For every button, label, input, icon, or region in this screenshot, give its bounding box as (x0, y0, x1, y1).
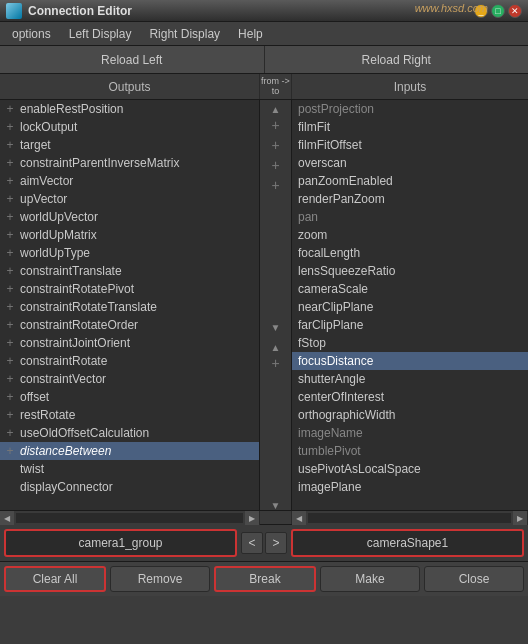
make-button[interactable]: Make (320, 566, 420, 592)
middle-hscroll-spacer (260, 511, 292, 524)
clear-all-button[interactable]: Clear All (4, 566, 106, 592)
left-hscroll: ◀ ▶ (0, 511, 260, 525)
node-arrow-group: < > (241, 532, 287, 554)
right-list-item[interactable]: cameraScale (292, 280, 528, 298)
left-list-item[interactable]: +constraintRotateOrder (0, 316, 259, 334)
left-hscroll-track[interactable] (16, 513, 243, 523)
right-hscroll-track[interactable] (308, 513, 511, 523)
right-hscroll-right[interactable]: ▶ (513, 511, 527, 525)
row-label: enableRestPosition (18, 102, 123, 116)
left-list-item[interactable]: +enableRestPosition (0, 100, 259, 118)
right-row-label: postProjection (298, 102, 374, 116)
menu-right-display[interactable]: Right Display (141, 24, 228, 44)
row-plus-icon: + (2, 174, 18, 188)
connect-plus-1[interactable]: + (267, 116, 285, 134)
close-button[interactable]: Close (424, 566, 524, 592)
left-node-display: camera1_group (4, 529, 237, 557)
left-list-item[interactable]: displayConnector (0, 478, 259, 496)
left-list-item[interactable]: +lockOutput (0, 118, 259, 136)
right-list-item[interactable]: focusDistance (292, 352, 528, 370)
arrow-right-button[interactable]: > (265, 532, 287, 554)
right-panel[interactable]: postProjectionfilmFitfilmFitOffsetoversc… (292, 100, 528, 510)
right-list-item[interactable]: centerOfInterest (292, 388, 528, 406)
connect-plus-2[interactable]: + (267, 136, 285, 154)
break-button[interactable]: Break (214, 566, 316, 592)
right-list-item[interactable]: shutterAngle (292, 370, 528, 388)
left-list-item[interactable]: +aimVector (0, 172, 259, 190)
right-row-label: tumblePivot (298, 444, 361, 458)
menu-options[interactable]: options (4, 24, 59, 44)
menu-help[interactable]: Help (230, 24, 271, 44)
connect-plus-4[interactable]: + (267, 176, 285, 194)
left-list-item[interactable]: +offset (0, 388, 259, 406)
menu-bar: options Left Display Right Display Help (0, 22, 528, 46)
right-list-item[interactable]: nearClipPlane (292, 298, 528, 316)
left-list-item[interactable]: +upVector (0, 190, 259, 208)
row-label: displayConnector (18, 480, 113, 494)
right-list-item[interactable]: renderPanZoom (292, 190, 528, 208)
right-list-item[interactable]: panZoomEnabled (292, 172, 528, 190)
right-list-item[interactable]: postProjection (292, 100, 528, 118)
left-scroll-up-indicator: ▲ (268, 104, 284, 114)
left-list-item[interactable]: +constraintRotateTranslate (0, 298, 259, 316)
left-hscroll-left[interactable]: ◀ (0, 511, 14, 525)
reload-bar: Reload Left Reload Right (0, 46, 528, 74)
right-scroll-up-indicator: ▲ (268, 342, 284, 352)
reload-right-button[interactable]: Reload Right (265, 46, 529, 73)
left-panel[interactable]: +enableRestPosition+lockOutput+target+co… (0, 100, 260, 510)
right-list-item[interactable]: focalLength (292, 244, 528, 262)
left-list-item[interactable]: +worldUpVector (0, 208, 259, 226)
right-list-item[interactable]: fStop (292, 334, 528, 352)
right-list-item[interactable]: usePivotAsLocalSpace (292, 460, 528, 478)
remove-button[interactable]: Remove (110, 566, 210, 592)
right-list-item[interactable]: farClipPlane (292, 316, 528, 334)
right-row-label: panZoomEnabled (298, 174, 393, 188)
left-hscroll-right[interactable]: ▶ (245, 511, 259, 525)
right-list-item[interactable]: zoom (292, 226, 528, 244)
right-list-item[interactable]: orthographicWidth (292, 406, 528, 424)
logo-area: www.hxsd.com (415, 2, 488, 14)
right-hscroll: ◀ ▶ (292, 511, 528, 525)
left-list-item[interactable]: +useOldOffsetCalculation (0, 424, 259, 442)
left-list-item[interactable]: twist (0, 460, 259, 478)
left-list-item[interactable]: +constraintJointOrient (0, 334, 259, 352)
hscroll-row: ◀ ▶ ◀ ▶ (0, 510, 528, 524)
left-list-item[interactable]: +worldUpMatrix (0, 226, 259, 244)
right-list-item[interactable]: imageName (292, 424, 528, 442)
arrow-left-button[interactable]: < (241, 532, 263, 554)
right-list-item[interactable]: lensSqueezeRatio (292, 262, 528, 280)
right-row-label: lensSqueezeRatio (298, 264, 395, 278)
maximize-button[interactable]: □ (491, 4, 505, 18)
row-label: constraintRotatePivot (18, 282, 134, 296)
title-bar: Connection Editor www.hxsd.com _ □ ✕ (0, 0, 528, 22)
connect-plus-3[interactable]: + (267, 156, 285, 174)
inputs-header: Inputs (292, 74, 528, 99)
left-list-item[interactable]: +constraintVector (0, 370, 259, 388)
column-headers: Outputs from -> to Inputs (0, 74, 528, 100)
close-window-button[interactable]: ✕ (508, 4, 522, 18)
left-list-item[interactable]: +target (0, 136, 259, 154)
right-list-item[interactable]: pan (292, 208, 528, 226)
reload-left-button[interactable]: Reload Left (0, 46, 265, 73)
right-list-item[interactable]: tumblePivot (292, 442, 528, 460)
row-label: twist (18, 462, 44, 476)
right-list-item[interactable]: filmFitOffset (292, 136, 528, 154)
left-list-item[interactable]: +distanceBetween (0, 442, 259, 460)
row-label: constraintRotateTranslate (18, 300, 157, 314)
left-list-item[interactable]: +constraintRotate (0, 352, 259, 370)
right-hscroll-left[interactable]: ◀ (292, 511, 306, 525)
menu-left-display[interactable]: Left Display (61, 24, 140, 44)
connect-plus-right[interactable]: + (267, 354, 285, 372)
right-list-item[interactable]: imagePlane (292, 478, 528, 496)
row-plus-icon: + (2, 210, 18, 224)
left-list-item[interactable]: +constraintTranslate (0, 262, 259, 280)
left-list-item[interactable]: +constraintRotatePivot (0, 280, 259, 298)
left-list-item[interactable]: +restRotate (0, 406, 259, 424)
row-label: worldUpType (18, 246, 90, 260)
right-list-item[interactable]: filmFit (292, 118, 528, 136)
row-plus-icon: + (2, 282, 18, 296)
left-list-item[interactable]: +worldUpType (0, 244, 259, 262)
row-label: constraintJointOrient (18, 336, 130, 350)
right-list-item[interactable]: overscan (292, 154, 528, 172)
left-list-item[interactable]: +constraintParentInverseMatrix (0, 154, 259, 172)
